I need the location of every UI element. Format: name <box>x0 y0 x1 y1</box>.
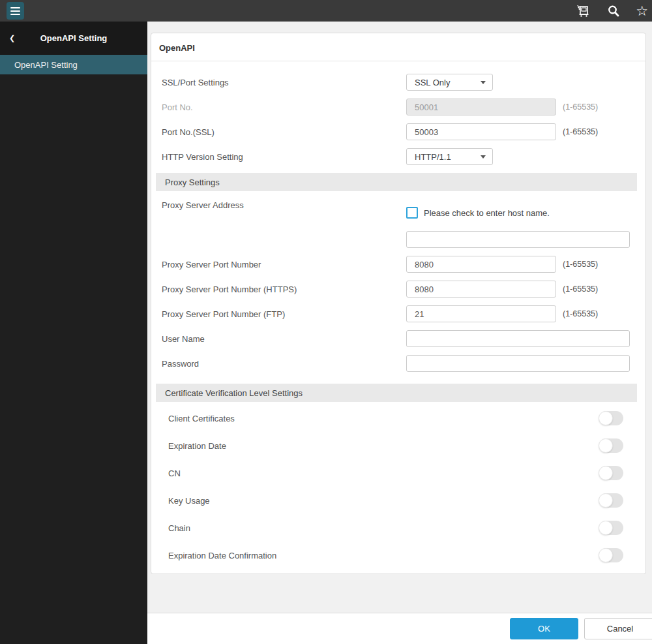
port-no-ssl-row: Port No.(SSL) (1-65535) <box>151 123 645 140</box>
toggle-knob <box>599 411 613 425</box>
proxy-port-ftp-row: Proxy Server Port Number (FTP) (1-65535) <box>151 305 645 322</box>
port-no-label: Port No. <box>162 102 406 112</box>
proxy-port-ftp-label: Proxy Server Port Number (FTP) <box>162 309 406 319</box>
user-name-label: User Name <box>162 334 406 344</box>
password-input[interactable] <box>406 355 630 372</box>
topbar: ☆ <box>0 0 652 22</box>
toggle-knob <box>599 466 613 480</box>
key-usage-row: Key Usage <box>151 492 645 509</box>
http-version-value: HTTP/1.1 <box>415 152 451 162</box>
client-certificates-label: Client Certificates <box>168 414 599 423</box>
expiration-date-toggle[interactable] <box>599 438 623 453</box>
port-no-ssl-label: Port No.(SSL) <box>162 127 406 137</box>
main-content: OpenAPI SSL/Port Settings SSL Only Port … <box>147 22 652 644</box>
chain-label: Chain <box>168 523 599 533</box>
cancel-button[interactable]: Cancel <box>584 618 652 639</box>
sidebar-header: ❮ OpenAPI Setting <box>0 22 147 55</box>
caret-down-icon <box>481 81 486 84</box>
proxy-server-address-row: Proxy Server Address Please check to ent… <box>151 199 645 248</box>
user-name-input[interactable] <box>406 330 630 347</box>
hamburger-icon <box>10 7 20 8</box>
proxy-port-label: Proxy Server Port Number <box>162 260 406 269</box>
cn-toggle[interactable] <box>599 466 623 480</box>
proxy-port-ftp-input[interactable] <box>406 305 556 322</box>
hostname-checkbox[interactable] <box>406 207 418 219</box>
proxy-port-input[interactable] <box>406 256 556 273</box>
http-version-row: HTTP Version Setting HTTP/1.1 <box>151 148 645 165</box>
proxy-port-row: Proxy Server Port Number (1-65535) <box>151 256 645 273</box>
client-certificates-toggle[interactable] <box>599 411 623 425</box>
port-no-row: Port No. (1-65535) <box>151 99 645 115</box>
port-no-hint: (1-65535) <box>563 102 598 112</box>
sidebar-title: OpenAPI Setting <box>0 33 147 43</box>
search-icon[interactable] <box>607 5 620 18</box>
proxy-settings-section-header: Proxy Settings <box>156 173 637 191</box>
ok-button[interactable]: OK <box>510 618 578 639</box>
password-row: Password <box>151 355 645 372</box>
certificate-verification-section-header: Certificate Verification Level Settings <box>156 384 637 402</box>
cn-label: CN <box>168 468 599 478</box>
proxy-port-ftp-hint: (1-65535) <box>563 309 598 318</box>
chain-row: Chain <box>151 519 645 536</box>
toggle-knob <box>599 521 613 535</box>
key-usage-toggle[interactable] <box>599 493 623 508</box>
password-label: Password <box>162 359 406 369</box>
proxy-port-https-label: Proxy Server Port Number (HTTPS) <box>162 284 406 294</box>
key-usage-label: Key Usage <box>168 496 599 506</box>
caret-down-icon <box>481 155 486 159</box>
hamburger-menu-button[interactable] <box>7 2 24 20</box>
sidebar: ❮ OpenAPI Setting OpenAPI Setting <box>0 22 147 644</box>
http-version-label: HTTP Version Setting <box>162 152 406 162</box>
proxy-port-https-row: Proxy Server Port Number (HTTPS) (1-6553… <box>151 281 645 298</box>
proxy-server-address-input[interactable] <box>406 231 630 248</box>
cn-row: CN <box>151 465 645 482</box>
hostname-checkbox-label: Please check to enter host name. <box>424 208 550 218</box>
openapi-panel: OpenAPI SSL/Port Settings SSL Only Port … <box>151 33 646 574</box>
sidebar-item-openapi-setting[interactable]: OpenAPI Setting <box>0 55 147 74</box>
expiration-date-label: Expiration Date <box>168 441 599 451</box>
client-certificates-row: Client Certificates <box>151 410 645 427</box>
proxy-port-https-input[interactable] <box>406 281 556 298</box>
ssl-port-settings-select[interactable]: SSL Only <box>406 74 493 91</box>
ssl-port-settings-value: SSL Only <box>415 78 450 87</box>
port-no-ssl-hint: (1-65535) <box>563 127 598 136</box>
proxy-server-address-label: Proxy Server Address <box>162 200 406 210</box>
toggle-knob <box>599 438 613 453</box>
http-version-select[interactable]: HTTP/1.1 <box>406 148 493 165</box>
toggle-knob <box>599 548 613 562</box>
star-icon[interactable]: ☆ <box>636 4 648 18</box>
expiration-date-row: Expiration Date <box>151 437 645 454</box>
expiration-date-confirmation-toggle[interactable] <box>599 548 623 562</box>
toggle-knob <box>599 493 613 508</box>
chevron-left-icon[interactable]: ❮ <box>9 34 15 42</box>
port-no-ssl-input[interactable] <box>406 123 556 140</box>
chain-toggle[interactable] <box>599 521 623 535</box>
expiration-date-confirmation-label: Expiration Date Confirmation <box>168 551 599 560</box>
printer-icon[interactable] <box>576 3 591 19</box>
proxy-port-https-hint: (1-65535) <box>563 284 598 294</box>
ssl-port-settings-label: SSL/Port Settings <box>162 78 406 87</box>
user-name-row: User Name <box>151 330 645 347</box>
panel-title: OpenAPI <box>151 33 645 61</box>
footer-action-bar: OK Cancel <box>147 613 652 644</box>
ssl-port-settings-row: SSL/Port Settings SSL Only <box>151 74 645 91</box>
port-no-input <box>406 99 556 115</box>
proxy-port-hint: (1-65535) <box>563 260 598 269</box>
expiration-date-confirmation-row: Expiration Date Confirmation <box>151 547 645 564</box>
